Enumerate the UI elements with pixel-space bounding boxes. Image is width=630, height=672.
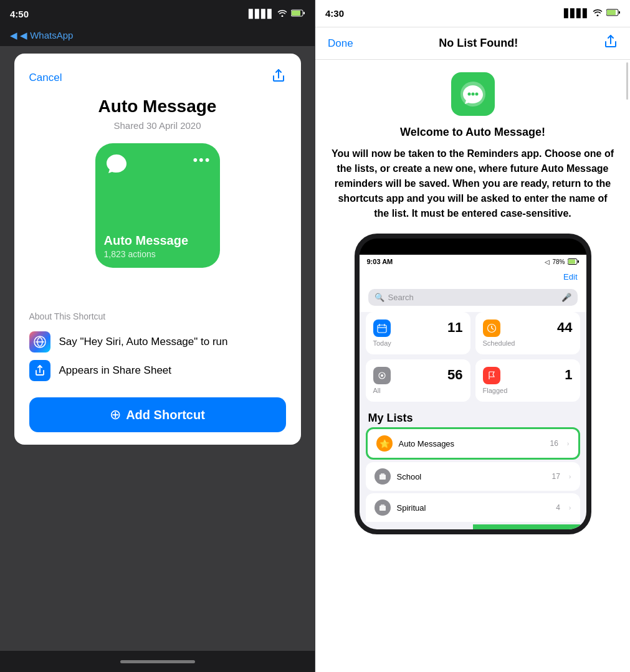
left-phone: 4:50 ▋▋▋▋ ◀ ◀ WhatsApp Cancel [0, 0, 315, 672]
nested-battery-pct: 78% [552, 258, 565, 265]
nested-today-icon [373, 319, 391, 337]
whatsapp-back-label: ◀ WhatsApp [20, 30, 73, 41]
nested-flagged-count: 1 [565, 367, 572, 383]
app-icon-right [451, 72, 495, 116]
nested-list-icon-auto: ⭐ [376, 435, 393, 452]
shortcut-title: Auto Message [98, 97, 217, 116]
nested-search-inner[interactable]: 🔍 Search 🎤 [368, 289, 578, 306]
nested-list-chevron-school: › [569, 473, 571, 480]
nested-smart-item-all: 56 All [366, 359, 470, 402]
nested-time: 9:03 AM [367, 258, 545, 265]
svg-rect-17 [568, 260, 575, 264]
nested-search-icon: 🔍 [375, 293, 384, 302]
nested-location-icon: ◁ [545, 258, 550, 265]
nested-edit-btn[interactable]: Edit [360, 268, 586, 285]
svg-point-14 [471, 93, 474, 96]
nested-notch [360, 239, 586, 255]
nested-all-icon [373, 367, 391, 384]
nested-list-item-auto-messages[interactable]: ⭐ Auto Messages 16 › [366, 427, 580, 460]
nested-list-name-auto: Auto Messages [399, 439, 544, 448]
about-title: About This Shortcut [29, 311, 286, 321]
shortcut-dots-icon: ••• [193, 152, 211, 168]
welcome-body: You will now be taken to the Reminders a… [328, 146, 618, 221]
nested-today-count: 11 [447, 319, 462, 336]
nested-smart-item-flagged: 1 Flagged [475, 359, 580, 402]
shortcut-date: Shared 30 April 2020 [113, 120, 201, 131]
shortcut-icon-box: ••• Auto Message 1,823 actions [95, 143, 220, 268]
shortcut-chat-icon [104, 152, 129, 179]
nested-list-icon-school [375, 468, 391, 485]
card-top-bar: Cancel [29, 69, 286, 87]
signal-icon-left: ▋▋▋▋ [249, 9, 274, 19]
nested-list-item-spiritual[interactable]: Spiritual 4 › [366, 493, 580, 522]
svg-rect-30 [379, 506, 386, 511]
status-bar-right: 4:30 ▋▋▋▋ [315, 0, 630, 27]
wifi-icon-left [277, 9, 287, 19]
svg-point-13 [467, 93, 470, 96]
nav-title-right: No List Found! [439, 37, 518, 50]
right-scroll-area: Welcome to Auto Message! You will now be… [315, 60, 630, 672]
green-stripe [366, 524, 580, 529]
home-indicator-left [0, 651, 315, 672]
battery-icon-left [291, 9, 305, 19]
nested-list-name-spiritual: Spiritual [397, 503, 550, 513]
siri-text: Say "Hey Siri, Auto Message" to run [59, 336, 228, 348]
welcome-title: Welcome to Auto Message! [400, 126, 545, 139]
shortcut-icon-label: Auto Message [104, 233, 189, 248]
share-sheet-item: Appears in Share Sheet [29, 356, 286, 385]
signal-icon-right: ▋▋▋▋ [564, 9, 589, 18]
nested-search-bar: 🔍 Search 🎤 [360, 285, 586, 312]
nested-list-icon-spiritual [375, 499, 391, 516]
svg-rect-31 [381, 504, 384, 506]
shortcut-card: Cancel Auto Message Shared 30 April 2020 [14, 54, 301, 445]
svg-line-25 [492, 328, 494, 329]
done-button[interactable]: Done [328, 37, 353, 50]
share-icon-right[interactable] [604, 35, 618, 52]
about-section: About This Shortcut Say "Hey Siri, Auto … [29, 311, 286, 385]
svg-rect-19 [378, 325, 386, 333]
siri-icon [29, 331, 50, 353]
svg-rect-9 [607, 10, 616, 15]
nested-content: Edit 🔍 Search 🎤 [360, 268, 586, 529]
share-icon-left[interactable] [271, 69, 286, 87]
nested-list-item-school[interactable]: School 17 › [366, 462, 580, 491]
nested-smart-item-scheduled: 44 Scheduled [475, 312, 580, 354]
nested-status-icons: ◁ 78% [545, 258, 578, 265]
svg-rect-10 [619, 11, 620, 14]
time-left: 4:50 [10, 9, 249, 19]
home-bar-left [120, 660, 195, 663]
svg-rect-18 [578, 260, 579, 263]
nested-list-name-school: School [397, 472, 546, 481]
nested-notch-shape [436, 239, 510, 250]
cancel-button[interactable]: Cancel [29, 72, 62, 84]
nested-list-count-auto: 16 [550, 439, 558, 448]
nested-smart-lists: 11 Today 44 Schedul [360, 312, 586, 408]
nested-flagged-label: Flagged [483, 387, 573, 394]
share-sheet-item-icon [29, 360, 50, 381]
nested-my-lists-header: My Lists [360, 408, 586, 427]
svg-point-15 [475, 93, 478, 96]
nested-phone-screenshot: 9:03 AM ◁ 78% Edit 🔍 Search [355, 234, 591, 534]
nested-scheduled-label: Scheduled [483, 339, 573, 347]
nested-mic-icon: 🎤 [561, 293, 571, 302]
svg-rect-28 [379, 475, 386, 480]
svg-rect-29 [381, 473, 384, 475]
nested-today-label: Today [373, 339, 463, 347]
nested-list-count-spiritual: 4 [556, 503, 560, 512]
nested-scheduled-count: 44 [557, 319, 572, 336]
svg-point-27 [381, 374, 383, 377]
nested-scheduled-icon [483, 319, 500, 337]
nested-list-chevron-spiritual: › [569, 504, 571, 511]
right-phone: 4:30 ▋▋▋▋ Done No List Found! [315, 0, 630, 672]
scroll-indicator [626, 62, 628, 100]
nested-search-placeholder: Search [388, 293, 414, 302]
nav-bar-right: Done No List Found! [315, 27, 630, 60]
nested-all-count: 56 [447, 367, 462, 383]
add-shortcut-button[interactable]: ⊕ Add Shortcut [29, 397, 286, 432]
status-icons-left: ▋▋▋▋ [249, 9, 305, 19]
whatsapp-back-nav[interactable]: ◀ ◀ WhatsApp [0, 27, 315, 46]
add-icon: ⊕ [110, 407, 121, 423]
back-chevron-icon: ◀ [10, 30, 17, 41]
svg-rect-1 [292, 11, 300, 16]
sheet-container-left: Cancel Auto Message Shared 30 April 2020 [0, 46, 315, 651]
